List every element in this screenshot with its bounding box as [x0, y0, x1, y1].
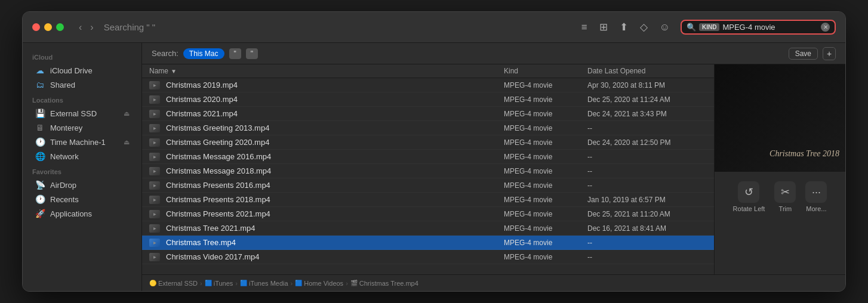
table-row[interactable]: Christmas Tree.mp4 MPEG-4 movie -- [142, 236, 714, 250]
sidebar: iCloud ☁ iCloud Drive 🗂 Shared Locations… [23, 43, 142, 291]
preview-title-overlay: Christmas Tree 2018 [769, 148, 839, 160]
preview-image: Christmas Tree 2018 [715, 64, 845, 172]
sidebar-item-external-ssd[interactable]: 💾 External SSD ⏏ [25, 106, 139, 120]
grid-view-button[interactable]: ⊞ [596, 18, 611, 36]
file-kind: MPEG-4 movie [504, 253, 587, 261]
forward-button[interactable]: › [87, 20, 96, 35]
file-thumbnail [149, 124, 160, 132]
breadcrumb-item[interactable]: 🟡 External SSD [149, 280, 198, 287]
share-button[interactable]: ⬆ [616, 18, 632, 36]
file-name: Christmas Greeting 2020.mp4 [149, 138, 504, 147]
time-machine-icon: 🕐 [35, 137, 45, 147]
list-view-button[interactable]: ≡ [578, 19, 591, 36]
file-kind: MPEG-4 movie [504, 81, 587, 89]
table-row[interactable]: Christmas Presents 2016.mp4 MPEG-4 movie… [142, 178, 714, 193]
table-row[interactable]: Christmas Message 2016.mp4 MPEG-4 movie … [142, 150, 714, 164]
preview-title: Christmas Tree 2018 [769, 149, 839, 158]
file-kind: MPEG-4 movie [504, 239, 587, 247]
file-icon: 🎬 [350, 280, 358, 286]
breadcrumb-item[interactable]: 🎬 Christmas Tree.mp4 [350, 280, 418, 287]
file-date: -- [587, 153, 707, 161]
minimize-button[interactable] [44, 23, 52, 31]
table-row[interactable]: Christmas Presents 2018.mp4 MPEG-4 movie… [142, 193, 714, 207]
maximize-button[interactable] [56, 23, 64, 31]
sidebar-item-time-machine[interactable]: 🕐 Time Machine-1 ⏏ [25, 135, 139, 149]
file-kind: MPEG-4 movie [504, 224, 587, 233]
sidebar-section-locations: Locations [23, 92, 141, 106]
file-kind: MPEG-4 movie [504, 196, 587, 204]
file-name: Christmas Message 2016.mp4 [149, 152, 504, 161]
file-date: Dec 25, 2021 at 11:20 AM [587, 210, 707, 218]
file-date: -- [587, 181, 707, 190]
file-kind: MPEG-4 movie [504, 110, 587, 118]
more-label: More... [806, 205, 826, 212]
file-date: -- [587, 124, 707, 132]
table-row[interactable]: Christmas 2019.mp4 MPEG-4 movie Apr 30, … [142, 78, 714, 92]
file-name: Christmas Presents 2018.mp4 [149, 195, 504, 204]
file-kind: MPEG-4 movie [504, 153, 587, 161]
file-name: Christmas Tree.mp4 [149, 238, 504, 247]
sidebar-item-shared[interactable]: 🗂 Shared [25, 78, 139, 92]
file-date: -- [587, 239, 707, 247]
folder-icon: 🟦 [295, 280, 302, 286]
breadcrumb-item[interactable]: 🟦 Home Videos [295, 280, 343, 287]
file-kind: MPEG-4 movie [504, 167, 587, 175]
sidebar-label-monterey: Monterey [50, 123, 82, 132]
file-name: Christmas 2019.mp4 [149, 81, 504, 89]
sidebar-item-recents[interactable]: 🕐 Recents [25, 192, 139, 206]
emoji-button[interactable]: ☺ [656, 19, 673, 36]
external-ssd-icon: 💾 [35, 109, 45, 118]
save-search-button[interactable]: Save [789, 48, 818, 60]
sidebar-label-external-ssd: External SSD [50, 109, 97, 118]
rotate-left-action[interactable]: ↺ Rotate Left [733, 181, 765, 212]
sidebar-item-monterey[interactable]: 🖥 Monterey [25, 120, 139, 135]
sidebar-item-applications[interactable]: 🚀 Applications [25, 206, 139, 221]
table-row[interactable]: Christmas Greeting 2020.mp4 MPEG-4 movie… [142, 135, 714, 150]
file-list: Name ▼ Kind Date Last Opened Christmas 2… [142, 64, 714, 274]
file-name: Christmas Presents 2021.mp4 [149, 209, 504, 218]
sidebar-item-network[interactable]: 🌐 Network [25, 149, 139, 163]
file-thumbnail [149, 153, 160, 161]
sidebar-section-favorites: Favorites [23, 163, 141, 178]
file-kind: MPEG-4 movie [504, 181, 587, 190]
add-criteria-button[interactable]: + [823, 47, 836, 60]
search-clear-button[interactable]: ✕ [821, 23, 830, 32]
this-mac-scope-button[interactable]: This Mac [183, 48, 224, 59]
breadcrumb: 🟡 External SSD › 🟦 iTunes › 🟦 iTunes Med… [142, 274, 845, 291]
col-name-header[interactable]: Name ▼ [149, 67, 504, 75]
sidebar-label-time-machine: Time Machine-1 [50, 138, 106, 147]
applications-icon: 🚀 [35, 209, 45, 218]
eject-time-machine-icon[interactable]: ⏏ [124, 138, 130, 146]
table-row[interactable]: Christmas Greeting 2013.mp4 MPEG-4 movie… [142, 121, 714, 135]
sidebar-label-shared: Shared [50, 81, 75, 89]
content-area: iCloud ☁ iCloud Drive 🗂 Shared Locations… [23, 43, 845, 291]
table-row[interactable]: Christmas Presents 2021.mp4 MPEG-4 movie… [142, 207, 714, 221]
table-row[interactable]: Christmas Tree 2021.mp4 MPEG-4 movie Dec… [142, 221, 714, 236]
folder-icon: 🟦 [240, 280, 247, 286]
nav-buttons: ‹ › [76, 20, 97, 35]
file-thumbnail [149, 167, 160, 175]
sidebar-item-icloud-drive[interactable]: ☁ iCloud Drive [25, 63, 139, 78]
trim-action[interactable]: ✂ Trim [774, 181, 796, 212]
search-bar[interactable]: 🔍 KIND MPEG-4 movie ✕ [681, 20, 836, 35]
file-date: Jan 10, 2019 at 6:57 PM [587, 196, 707, 204]
table-row[interactable]: Christmas 2021.mp4 MPEG-4 movie Dec 24, … [142, 107, 714, 121]
file-thumbnail [149, 224, 160, 233]
more-action[interactable]: ··· More... [805, 181, 827, 212]
breadcrumb-item[interactable]: 🟦 iTunes Media [240, 280, 288, 287]
table-row[interactable]: Christmas Video 2017.mp4 MPEG-4 movie -- [142, 250, 714, 264]
breadcrumb-item[interactable]: 🟦 iTunes [205, 280, 233, 287]
file-name: Christmas 2020.mp4 [149, 95, 504, 104]
back-button[interactable]: ‹ [76, 20, 85, 35]
table-row[interactable]: Christmas Message 2018.mp4 MPEG-4 movie … [142, 164, 714, 178]
tag-button[interactable]: ◇ [636, 18, 651, 36]
more-icon: ··· [805, 181, 827, 203]
close-button[interactable] [32, 23, 40, 31]
table-row[interactable]: Christmas 2020.mp4 MPEG-4 movie Dec 25, … [142, 92, 714, 107]
sidebar-item-airdrop[interactable]: 📡 AirDrop [25, 178, 139, 192]
breadcrumb-label: Home Videos [304, 280, 343, 287]
toolbar-icons: ≡ ⊞ ⬆ ◇ ☺ [578, 18, 673, 36]
breadcrumb-label: Christmas Tree.mp4 [359, 280, 418, 287]
sidebar-section-icloud: iCloud [23, 49, 141, 63]
eject-external-ssd-icon[interactable]: ⏏ [124, 110, 130, 118]
